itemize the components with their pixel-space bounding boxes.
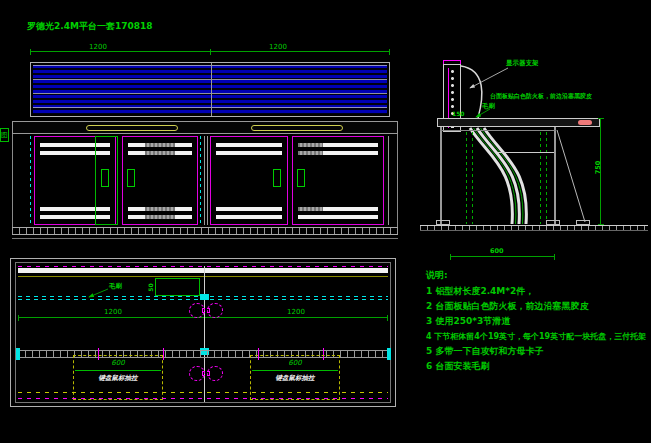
cad-canvas: 罗德光2.4M平台一套170818 图 1200 1200 bbox=[0, 0, 651, 443]
notes-block: 说明: 1 铝型材长度2.4M*2件， 2 台面板贴白色防火板，前边沿塞黑胶皮 … bbox=[424, 270, 650, 390]
right-side-panel bbox=[397, 134, 398, 227]
floor-hatch bbox=[420, 225, 648, 231]
grommet-bar bbox=[202, 308, 210, 313]
frame-cross bbox=[440, 130, 556, 131]
cable-slot-left bbox=[86, 125, 178, 131]
vent-slot bbox=[298, 215, 378, 219]
vent-slot-hatch bbox=[298, 207, 323, 211]
door-handle bbox=[273, 169, 281, 187]
louver-panel bbox=[33, 65, 387, 114]
slide-rail bbox=[546, 132, 547, 224]
frame-right bbox=[554, 127, 556, 225]
vent-slot-hatch bbox=[145, 143, 175, 147]
cabinet-bay-2 bbox=[122, 136, 198, 225]
slide-rail bbox=[540, 132, 541, 224]
keyboard-tray-right: 600 键盘鼠标抽拉 bbox=[250, 355, 340, 400]
tray-dim: 600 bbox=[74, 360, 162, 367]
front-top-dim-line bbox=[30, 51, 390, 52]
side-profile-view: 显示器支架 台面板贴白色防火板，前边沿塞黑胶皮 毛刷 150 750 600 bbox=[428, 56, 651, 268]
plan-center-line bbox=[204, 266, 205, 402]
dashed-line-yellow bbox=[18, 392, 388, 393]
ground-line bbox=[12, 238, 398, 239]
note-item-2: 2 台面板贴白色防火板，前边沿塞黑胶皮 bbox=[426, 301, 588, 312]
vent-slot-hatch bbox=[145, 207, 175, 211]
tray-dim-line bbox=[75, 370, 161, 371]
surface-note: 台面板贴白色防火板，前边沿塞黑胶皮 bbox=[490, 92, 592, 99]
desk-front-strip bbox=[12, 121, 398, 134]
notes-heading: 说明: bbox=[426, 270, 448, 281]
vent-slot-hatch bbox=[298, 143, 323, 147]
drawing-title: 罗德光2.4M平台一套170818 bbox=[27, 20, 152, 33]
note-item-1: 1 铝型材长度2.4M*2件， bbox=[426, 286, 534, 297]
slide-rail bbox=[472, 132, 473, 224]
vent-slot bbox=[216, 215, 282, 219]
cyan-bracket-right bbox=[387, 348, 391, 360]
front-elevation: 1200 1200 bbox=[8, 44, 400, 244]
tray-dim: 600 bbox=[251, 360, 339, 367]
tray-label: 键盘鼠标抽拉 bbox=[251, 374, 339, 383]
plan-dim-right: 1200 bbox=[276, 309, 316, 316]
vent-slot bbox=[216, 143, 282, 147]
cyan-edge-left bbox=[30, 136, 31, 225]
tray-label: 键盘鼠标抽拉 bbox=[74, 374, 162, 383]
depth-dim-line bbox=[450, 256, 555, 257]
left-side-panel bbox=[12, 134, 13, 227]
cable-grommet-bottom bbox=[189, 366, 223, 381]
note-item-4: 4 下节柜体留4个19英寸，每个19英寸配一块托盘，三付托架 bbox=[426, 331, 646, 342]
tray-dim-line bbox=[252, 370, 338, 371]
vent-slot-hatch bbox=[145, 151, 175, 155]
brush-label: 毛刷 bbox=[482, 103, 495, 110]
vent-slot bbox=[216, 151, 282, 155]
plan-brush-label: 毛刷 bbox=[109, 283, 122, 290]
height-dim-label: 750 bbox=[595, 161, 602, 175]
vent-slot bbox=[216, 207, 282, 211]
slide-rail bbox=[466, 132, 467, 224]
door-handle bbox=[297, 169, 305, 187]
cyan-connector bbox=[200, 294, 209, 300]
grommet-bar bbox=[202, 371, 210, 376]
vent-slot-hatch bbox=[298, 151, 323, 155]
center-divider bbox=[204, 136, 208, 225]
cyan-center-strip bbox=[200, 136, 201, 225]
plan-view: 50 毛刷 1200 1200 bbox=[8, 258, 400, 410]
rubber-edge bbox=[578, 120, 592, 125]
shelf-line bbox=[498, 152, 554, 153]
cable-grommet-top bbox=[189, 303, 223, 318]
front-dim-right: 1200 bbox=[258, 44, 298, 51]
louver-panel-frame bbox=[30, 62, 390, 117]
vent-slot-hatch bbox=[145, 215, 175, 219]
dashed-line-magenta bbox=[18, 398, 388, 399]
dim-mid-tick bbox=[210, 49, 211, 55]
door-handle bbox=[127, 169, 135, 187]
plinth-base bbox=[12, 227, 398, 235]
dim-small-label: 150 bbox=[452, 110, 465, 117]
right-edge-line bbox=[388, 136, 389, 225]
cabinet-bay-4 bbox=[292, 136, 384, 225]
keyboard-tray-left: 600 键盘鼠标抽拉 bbox=[73, 355, 163, 400]
cabinet-bay-3 bbox=[210, 136, 288, 225]
cyan-bracket-left bbox=[16, 348, 20, 360]
depth-dim-label: 600 bbox=[490, 248, 504, 255]
bracket-label: 显示器支架 bbox=[506, 60, 539, 67]
note-item-6: 6 台面安装毛刷 bbox=[426, 361, 489, 372]
note-item-3: 3 使用250*3节滑道 bbox=[426, 316, 510, 327]
cable-slot-right bbox=[251, 125, 343, 131]
magenta-tick bbox=[163, 348, 164, 360]
cabinet-row bbox=[30, 136, 390, 225]
bay1-green-overlay bbox=[95, 136, 118, 225]
louver-center-divider bbox=[211, 63, 212, 116]
frame-left bbox=[440, 127, 442, 225]
note-item-5: 5 多带一下自攻钉和方母卡子 bbox=[426, 346, 543, 357]
plan-dim-left: 1200 bbox=[93, 309, 133, 316]
desk-surface bbox=[437, 118, 600, 127]
front-dim-left: 1200 bbox=[78, 44, 118, 51]
